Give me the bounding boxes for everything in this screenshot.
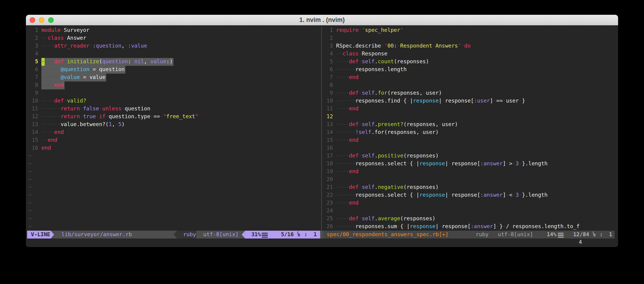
- line-number-icon: LN: [297, 231, 302, 239]
- window-title: 1. nvim . (nvim): [26, 15, 618, 25]
- code-line[interactable]: 16: [324, 144, 615, 152]
- code-line[interactable]: 3RSpec.describe·'00:·Respondent·Answers'…: [324, 42, 615, 50]
- empty-buffer-line: ~: [29, 207, 320, 215]
- tilde-marker: ~: [29, 222, 32, 230]
- code-text: ······return·true·if·question.type·==·"f…: [42, 113, 198, 120]
- empty-buffer-line: ~: [29, 223, 320, 231]
- code-line[interactable]: 10······responses.find·{·|response|·resp…: [324, 97, 615, 105]
- empty-buffer-line: ~: [29, 215, 320, 223]
- code-text: ····end: [42, 128, 64, 136]
- code-text: ····end: [42, 81, 64, 89]
- code-line[interactable]: 15··end: [29, 137, 320, 144]
- code-line[interactable]: 22······responses.select·{·|response|·re…: [324, 191, 615, 199]
- code-line[interactable]: 25····def·self.average(responses): [324, 215, 615, 223]
- pane-separator[interactable]: [321, 26, 322, 231]
- code-line[interactable]: 6······responses.length: [324, 66, 615, 74]
- titlebar[interactable]: 1. nvim . (nvim): [26, 15, 618, 25]
- line-number: 6: [29, 65, 38, 73]
- code-line[interactable]: 7······@value·=·value: [29, 74, 320, 82]
- code-line[interactable]: 17····def·self.positive(responses): [324, 152, 615, 160]
- code-line[interactable]: 3····attr_reader·:question,·:value: [29, 42, 320, 50]
- code-line[interactable]: 19····end: [324, 168, 615, 176]
- line-number: 7: [29, 73, 38, 81]
- code-line[interactable]: 5····def·self.count(responses): [324, 58, 615, 66]
- line-number: 12: [29, 113, 38, 120]
- code-line[interactable]: 2··class·Answer: [29, 34, 320, 42]
- statusline-colon: :: [600, 231, 603, 239]
- code-line[interactable]: 12: [324, 113, 615, 121]
- statusline-line-position: 12/84: [573, 231, 589, 239]
- code-text: ····def·initialize(question:·nil,·value:…: [42, 57, 173, 65]
- empty-buffer-line: ~: [29, 184, 320, 191]
- code-text: ······@question·=·question: [42, 65, 125, 73]
- line-number: 12: [324, 113, 333, 120]
- code-text: ····end: [336, 167, 358, 175]
- code-line[interactable]: 6······@question·=·question: [29, 66, 320, 74]
- code-text: ····def·self.negative(responses): [336, 183, 438, 191]
- statusline-right: spec/00_respondents_answers_spec.rb[+] r…: [324, 231, 615, 239]
- statusline-scroll-percent: 14%: [547, 231, 556, 239]
- code-line[interactable]: 21····def·self.negative(responses): [324, 184, 615, 191]
- statusline-encoding: utf-8[unix]: [498, 231, 533, 239]
- command-line[interactable]: 4: [26, 239, 618, 246]
- code-text: ······responses.select·{·|response|·resp…: [336, 159, 548, 167]
- code-line[interactable]: 14······!self.for(responses,·user): [324, 129, 615, 137]
- statusline-colon: :: [304, 231, 308, 239]
- statusline-scroll-percent: 31%: [251, 231, 261, 239]
- code-line[interactable]: 20: [324, 176, 615, 184]
- line-number: 8: [29, 81, 38, 89]
- statusline-column: 1: [609, 231, 612, 239]
- code-text: ··end: [42, 136, 57, 144]
- line-number: 8: [324, 81, 333, 89]
- code-line[interactable]: 11······return·false·unless·question: [29, 105, 320, 113]
- code-line[interactable]: 12······return·true·if·question.type·==·…: [29, 113, 320, 121]
- code-line[interactable]: 9: [29, 89, 320, 97]
- code-text: ······@value·=·value: [42, 73, 106, 81]
- line-number: 26: [324, 222, 333, 230]
- pane-right-buffer[interactable]: 1require·'spec_helper'23RSpec.describe·'…: [324, 26, 615, 231]
- code-line[interactable]: 24: [324, 207, 615, 215]
- pending-command: 4: [579, 239, 582, 245]
- code-line[interactable]: 18······responses.select·{·|response|·re…: [324, 160, 615, 168]
- code-line[interactable]: 8····end: [29, 82, 320, 89]
- statusline-line-position: 5/16: [281, 231, 294, 239]
- code-line[interactable]: 9····def·self.for(responses,·user): [324, 89, 615, 97]
- code-line[interactable]: 5····def·initialize(question:·nil,·value…: [29, 58, 320, 66]
- code-line[interactable]: 23····end: [324, 199, 615, 207]
- line-number: 15: [324, 136, 333, 144]
- pane-left-buffer[interactable]: 1module·Surveyor2··class·Answer3····attr…: [29, 26, 320, 231]
- tilde-marker: ~: [29, 183, 32, 191]
- cursor: [42, 58, 45, 66]
- code-line[interactable]: 26······responses.sum·{·|response|·respo…: [324, 223, 615, 231]
- code-line[interactable]: 13····def·self.present?(responses,·user): [324, 121, 615, 129]
- code-line[interactable]: 1module·Surveyor: [29, 26, 320, 34]
- line-number-icon: LN: [593, 231, 598, 239]
- code-line[interactable]: 8: [324, 82, 615, 89]
- code-text: ··class·Response: [336, 50, 388, 57]
- statusline-filename-modified: spec/00_respondents_answers_spec.rb[+]: [327, 231, 448, 239]
- line-number: 22: [324, 191, 333, 199]
- code-line[interactable]: 10····def·valid?: [29, 97, 320, 105]
- line-number: 18: [324, 159, 333, 167]
- code-line[interactable]: 14····end: [29, 129, 320, 137]
- statusline-filetype: ruby: [476, 231, 488, 239]
- line-number: 9: [29, 89, 38, 97]
- code-line[interactable]: 4··class·Response: [324, 50, 615, 58]
- code-line[interactable]: 16end: [29, 144, 320, 152]
- empty-buffer-line: ~: [29, 152, 320, 160]
- statusline-left: V-LINE lib/surveyor/answer.rb ruby utf-8…: [28, 231, 320, 239]
- line-number: 11: [29, 105, 38, 113]
- code-line[interactable]: 13······value.between?(1,·5): [29, 121, 320, 129]
- line-number: 15: [29, 136, 38, 144]
- code-line[interactable]: 11····end: [324, 105, 615, 113]
- tilde-marker: ~: [29, 191, 32, 199]
- code-line[interactable]: 4: [29, 50, 320, 58]
- code-line[interactable]: 2: [324, 34, 615, 42]
- tilde-marker: ~: [29, 215, 32, 222]
- statusline-filetype: ruby: [183, 231, 196, 239]
- tilde-marker: ~: [29, 207, 32, 215]
- code-line[interactable]: 15····end: [324, 137, 615, 144]
- code-line[interactable]: 1require·'spec_helper': [324, 26, 615, 34]
- line-number: 7: [324, 73, 333, 81]
- code-line[interactable]: 7····end: [324, 74, 615, 82]
